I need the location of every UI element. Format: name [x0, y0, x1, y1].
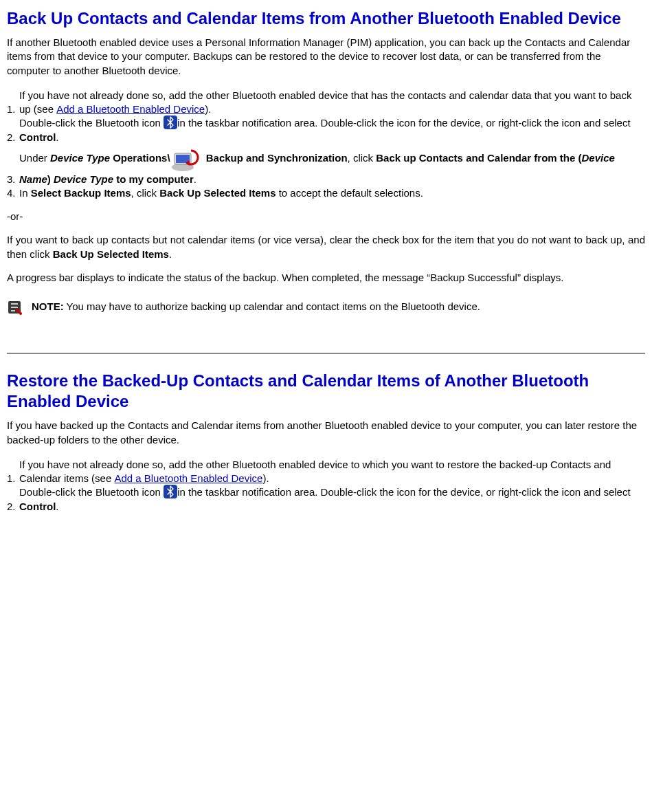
- alt-instruction: If you want to back up contacts but not …: [7, 233, 645, 261]
- bluetooth-icon: [164, 116, 177, 129]
- section1-title: Back Up Contacts and Calendar Items from…: [7, 8, 645, 29]
- step-number: 2.: [7, 485, 19, 514]
- bluetooth-icon: [164, 485, 177, 498]
- add-bluetooth-device-link[interactable]: Add a Bluetooth Enabled Device: [56, 103, 205, 115]
- step-number: 1.: [7, 89, 19, 117]
- backup-sync-icon: [170, 145, 203, 173]
- progress-text: A progress bar displays to indicate the …: [7, 271, 645, 285]
- note-box: NOTE: You may have to authorize backing …: [7, 300, 480, 318]
- section-separator: [7, 353, 645, 354]
- step-text: In Select Backup Items, click Back Up Se…: [19, 186, 645, 200]
- step-text: If you have not already done so, add the…: [19, 458, 645, 486]
- note-text: NOTE: You may have to authorize backing …: [25, 300, 480, 318]
- step-text: Double-click the Bluetooth icon in the t…: [19, 116, 645, 144]
- step-text: Double-click the Bluetooth icon in the t…: [19, 485, 645, 514]
- step-text: Under Device Type Operations\ Backup and…: [19, 145, 645, 186]
- section2-title: Restore the Backed-Up Contacts and Calen…: [7, 371, 645, 412]
- step-text: If you have not already done so, add the…: [19, 89, 645, 117]
- section2-steps: 1. If you have not already done so, add …: [7, 458, 645, 514]
- section1-intro: If another Bluetooth enabled device uses…: [7, 36, 645, 78]
- step-number: 1.: [7, 458, 19, 486]
- section2-intro: If you have backed up the Contacts and C…: [7, 419, 645, 447]
- step-number: 4.: [7, 186, 19, 200]
- section1-steps: 1. If you have not already done so, add …: [7, 89, 645, 200]
- add-bluetooth-device-link[interactable]: Add a Bluetooth Enabled Device: [114, 472, 262, 484]
- step-number: 2.: [7, 116, 19, 144]
- step-number: 3.: [7, 145, 19, 186]
- note-icon: [7, 300, 22, 315]
- or-separator: -or-: [7, 210, 645, 223]
- svg-point-6: [19, 312, 22, 315]
